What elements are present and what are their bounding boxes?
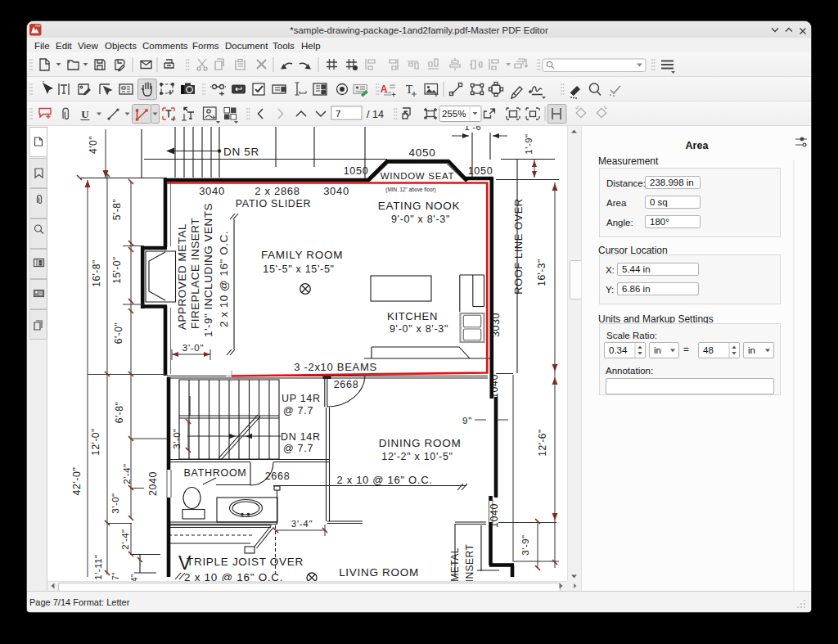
svg-text:DN 14R: DN 14R xyxy=(281,431,321,443)
svg-text:DINING ROOM: DINING ROOM xyxy=(379,437,462,449)
svg-text:APPROVED METAL: APPROVED METAL xyxy=(176,223,188,330)
svg-text:4": 4" xyxy=(130,574,139,581)
svg-text:12'-0": 12'-0" xyxy=(90,428,101,456)
svg-text:3040: 3040 xyxy=(323,185,349,197)
svg-text:9": 9" xyxy=(462,416,472,426)
svg-text:3'-0": 3'-0" xyxy=(182,343,204,353)
svg-text:TRIPLE JOIST OVER: TRIPLE JOIST OVER xyxy=(187,556,304,568)
svg-text:1'-6: 1'-6 xyxy=(465,126,482,132)
svg-text:1040: 1040 xyxy=(489,374,500,399)
svg-text:BATHROOM: BATHROOM xyxy=(184,467,247,479)
svg-text:WINDOW SEAT: WINDOW SEAT xyxy=(381,171,455,181)
svg-text:6'-8": 6'-8" xyxy=(114,402,125,423)
svg-text:1050: 1050 xyxy=(468,165,493,177)
svg-text:9'-0" x 8'-3": 9'-0" x 8'-3" xyxy=(391,214,450,225)
svg-text:2 x 10 @ 16" O.C.: 2 x 10 @ 16" O.C. xyxy=(336,474,432,486)
svg-text:5'-8": 5'-8" xyxy=(111,199,123,220)
svg-text:9'-0" x 8'-3": 9'-0" x 8'-3" xyxy=(390,323,448,335)
svg-text:2'-4": 2'-4" xyxy=(120,529,130,549)
svg-text:2'-4": 2'-4" xyxy=(122,463,132,484)
svg-text:1050: 1050 xyxy=(344,165,369,177)
svg-text:2 x 10 @ 16" O.C.: 2 x 10 @ 16" O.C. xyxy=(184,571,283,581)
svg-text:3'-4": 3'-4" xyxy=(291,519,313,529)
svg-text:1040: 1040 xyxy=(489,503,500,528)
svg-text:3030: 3030 xyxy=(490,313,502,337)
svg-text:1'-11": 1'-11" xyxy=(93,554,103,579)
svg-text:2668: 2668 xyxy=(334,379,359,390)
svg-text:ROOF LINE OVER: ROOF LINE OVER xyxy=(512,198,525,295)
svg-text:2 x 2868: 2 x 2868 xyxy=(255,185,300,197)
svg-text:FIREPLACE INSERT: FIREPLACE INSERT xyxy=(189,218,201,329)
svg-text:16'-8": 16'-8" xyxy=(91,259,102,287)
svg-text:DN 5R: DN 5R xyxy=(223,146,259,158)
svg-text:15'-5" x 15'-5": 15'-5" x 15'-5" xyxy=(263,263,334,275)
svg-text:2668: 2668 xyxy=(265,471,291,482)
svg-text:6'-0": 6'-0" xyxy=(113,322,124,344)
svg-text:(MIN. 12" above floor): (MIN. 12" above floor) xyxy=(385,187,435,193)
svg-text:16'-3": 16'-3" xyxy=(536,259,547,286)
svg-text:FAMILY ROOM: FAMILY ROOM xyxy=(261,249,343,261)
svg-text:3'-9": 3'-9" xyxy=(520,534,530,555)
svg-text:4'0": 4'0" xyxy=(88,136,99,154)
svg-text:INSERT: INSERT xyxy=(464,543,475,581)
svg-text:7": 7" xyxy=(111,572,120,580)
svg-text:3'-0": 3'-0" xyxy=(110,493,120,513)
svg-text:METAL: METAL xyxy=(449,547,461,581)
svg-text:3 -2x10 BEAMS: 3 -2x10 BEAMS xyxy=(294,361,377,373)
svg-text:PATIO SLIDER: PATIO SLIDER xyxy=(236,198,312,209)
svg-text:42'-0": 42'-0" xyxy=(71,467,83,496)
svg-text:3040: 3040 xyxy=(199,185,225,197)
svg-text:3'-0": 3'-0" xyxy=(172,428,182,448)
svg-text:2 x 10 @ 16" O.C.: 2 x 10 @ 16" O.C. xyxy=(218,231,230,327)
svg-text:15'-0": 15'-0" xyxy=(111,256,123,284)
svg-text:2040: 2040 xyxy=(147,471,159,496)
svg-text:12'-6": 12'-6" xyxy=(537,429,548,457)
svg-text:UP 14R: UP 14R xyxy=(282,393,321,404)
svg-text:4050: 4050 xyxy=(409,146,436,159)
svg-text:@ 7.7: @ 7.7 xyxy=(283,405,313,417)
svg-text:1'-9" INCLUDING VENTS: 1'-9" INCLUDING VENTS xyxy=(202,203,214,337)
svg-text:KITCHEN: KITCHEN xyxy=(387,310,438,322)
svg-text:@ 7.7: @ 7.7 xyxy=(283,443,313,454)
svg-text:12'-2" x 10'-5": 12'-2" x 10'-5" xyxy=(381,451,453,462)
svg-text:EATING NOOK: EATING NOOK xyxy=(378,200,460,212)
svg-text:LIVING ROOM: LIVING ROOM xyxy=(339,566,419,579)
svg-text:1'-9": 1'-9" xyxy=(524,133,534,154)
